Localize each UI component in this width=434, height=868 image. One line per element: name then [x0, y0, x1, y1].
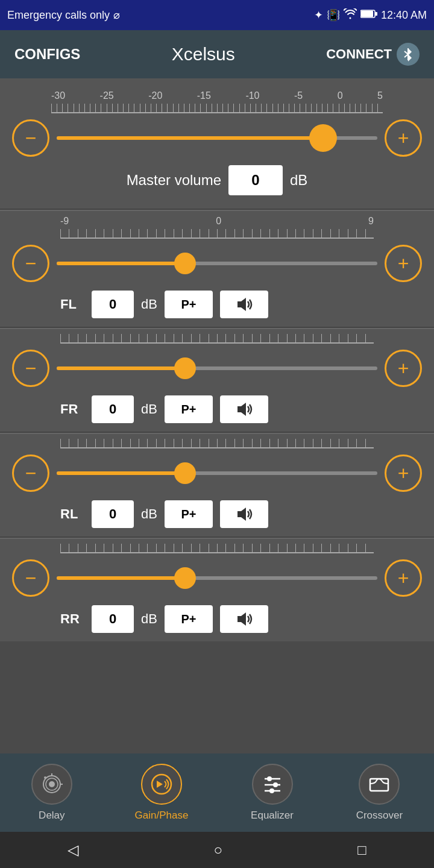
rr-increase[interactable]: +	[385, 559, 422, 597]
fr-decrease[interactable]: −	[12, 350, 49, 387]
delay-label: Delay	[39, 810, 64, 822]
rr-input[interactable]	[92, 605, 134, 633]
fr-db-label: dB	[141, 401, 157, 417]
fr-slider[interactable]	[57, 360, 377, 377]
equalizer-label: Equalizer	[251, 810, 294, 822]
fr-input[interactable]	[92, 395, 134, 423]
master-volume-slider[interactable]	[57, 130, 377, 146]
svg-marker-6	[237, 612, 246, 626]
vibrate-icon: 📳	[327, 8, 340, 22]
crossover-icon	[359, 764, 400, 805]
nav-item-delay[interactable]: Delay	[31, 764, 72, 822]
scale-label: -15	[197, 90, 211, 101]
fr-slider-row: − +	[12, 346, 422, 391]
rl-speaker-button[interactable]	[220, 500, 268, 528]
gainphase-icon	[141, 764, 182, 805]
main-content: -30 -25 -20 -15 -10 -5 0 5 − +	[0, 78, 434, 641]
fl-label: FL	[60, 297, 84, 312]
svg-marker-3	[237, 298, 246, 311]
rl-slider[interactable]	[57, 465, 377, 482]
fr-label: FR	[60, 401, 84, 417]
fl-input[interactable]	[92, 291, 134, 318]
recent-button[interactable]: □	[357, 841, 366, 858]
back-button[interactable]: ◁	[68, 841, 78, 858]
system-nav-bar: ◁ ○ □	[0, 832, 434, 868]
battery-icon	[360, 9, 377, 22]
bluetooth-icon: ✦	[314, 8, 323, 22]
gainphase-label: Gain/Phase	[135, 810, 189, 822]
rr-speaker-button[interactable]	[220, 605, 268, 633]
fr-p-plus-button[interactable]: P+	[165, 395, 213, 423]
configs-button[interactable]: CONFIGS	[14, 46, 80, 63]
crossover-label: Crossover	[356, 810, 403, 822]
nav-item-equalizer[interactable]: Equalizer	[251, 764, 294, 822]
fl-db-label: dB	[141, 297, 157, 312]
rr-slider-row: − +	[12, 556, 422, 600]
svg-rect-2	[375, 12, 377, 16]
rr-thumb[interactable]	[174, 567, 196, 589]
scale-label: -25	[100, 90, 114, 101]
master-volume-label: Master volume	[127, 172, 221, 189]
fl-slider[interactable]	[57, 255, 377, 272]
status-bar: Emergency calls only ⌀ ✦ 📳 12:40 AM	[0, 0, 434, 30]
fl-slider-row: − +	[12, 241, 422, 286]
rr-p-plus-button[interactable]: P+	[165, 605, 213, 633]
fl-decrease[interactable]: −	[12, 245, 49, 282]
fr-value-row: FR dB P+	[12, 391, 422, 427]
bluetooth-connect-icon	[397, 43, 420, 66]
connect-button[interactable]: CONNECT	[326, 43, 420, 66]
rl-thumb[interactable]	[174, 462, 196, 484]
fl-value-row: FL dB P+	[12, 286, 422, 322]
rl-slider-row: − +	[12, 451, 422, 495]
fr-speaker-button[interactable]	[220, 395, 268, 423]
home-button[interactable]: ○	[213, 841, 222, 858]
svg-marker-4	[237, 403, 246, 416]
delay-icon	[31, 764, 72, 805]
svg-marker-14	[157, 781, 163, 788]
master-volume-decrease[interactable]: −	[12, 119, 49, 157]
svg-point-16	[267, 776, 272, 781]
time-display: 12:40 AM	[381, 9, 427, 22]
rr-decrease[interactable]: −	[12, 559, 49, 597]
master-value-row: Master volume dB	[12, 160, 422, 199]
svg-rect-21	[370, 779, 388, 791]
rl-p-plus-button[interactable]: P+	[165, 500, 213, 528]
fl-increase[interactable]: +	[385, 245, 422, 282]
fr-thumb[interactable]	[174, 357, 196, 379]
wifi-icon	[344, 8, 357, 22]
rl-label: RL	[60, 506, 84, 522]
scale-label: 5	[377, 90, 383, 101]
master-scale-labels: -30 -25 -20 -15 -10 -5 0 5	[12, 90, 422, 104]
scale-label: -5	[294, 90, 303, 101]
rr-db-label: dB	[141, 611, 157, 627]
fr-increase[interactable]: +	[385, 350, 422, 387]
fl-speaker-button[interactable]	[220, 291, 268, 318]
nav-bar: CONFIGS Xcelsus CONNECT	[0, 30, 434, 78]
connect-label: CONNECT	[326, 46, 392, 62]
master-volume-thumb[interactable]	[309, 124, 337, 152]
svg-point-9	[49, 781, 55, 787]
emergency-text: Emergency calls only	[7, 9, 110, 22]
svg-rect-1	[361, 11, 373, 17]
fl-thumb[interactable]	[174, 253, 196, 274]
nav-item-crossover[interactable]: Crossover	[356, 764, 403, 822]
rl-increase[interactable]: +	[385, 454, 422, 492]
rr-slider[interactable]	[57, 570, 377, 587]
bottom-nav: Delay Gain/Phase Equalizer	[0, 753, 434, 832]
rr-value-row: RR dB P+	[12, 600, 422, 637]
usb-icon: ⌀	[113, 8, 120, 22]
svg-point-12	[44, 776, 46, 779]
rl-db-label: dB	[141, 506, 157, 522]
master-volume-increase[interactable]: +	[385, 119, 422, 157]
fl-scale-labels: -9 0 9	[12, 216, 422, 229]
rl-decrease[interactable]: −	[12, 454, 49, 492]
nav-item-gainphase[interactable]: Gain/Phase	[135, 764, 189, 822]
scale-label: -10	[245, 90, 259, 101]
scale-label: -20	[148, 90, 162, 101]
app-title: Xcelsus	[172, 44, 235, 64]
scale-label: 0	[338, 90, 343, 101]
fl-channel-section: -9 0 9 − + FL dB P+	[0, 210, 434, 327]
master-volume-input[interactable]	[228, 165, 283, 195]
fl-p-plus-button[interactable]: P+	[165, 291, 213, 318]
rl-input[interactable]	[92, 500, 134, 528]
